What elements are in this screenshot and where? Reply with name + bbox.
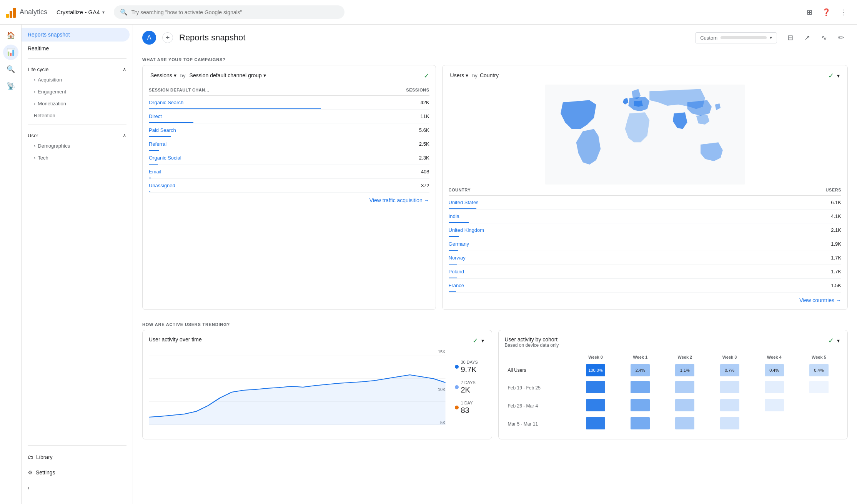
sidebar-item-settings[interactable]: ⚙ Settings [22,466,130,479]
cohort-cell [618,397,662,415]
sidebar-icon-advertising[interactable]: 📡 [3,78,18,94]
activity-card-header: User activity over time ✓ ▾ [149,336,486,345]
card-title-area-2: Users ▾ by Country [449,72,499,79]
channel-name: Referral [149,141,166,147]
help-icon-button[interactable]: ❓ [819,5,834,20]
apps-icon-button[interactable]: ⊞ [802,5,817,20]
sidebar-icon-explore[interactable]: 🔍 [3,62,18,77]
top-campaigns-cards: Sessions ▾ by Session default channel gr… [133,65,857,316]
channel-dimension-dropdown[interactable]: Session default channel group ▾ [188,72,268,79]
sessions-table: SESSION DEFAULT CHAN... SESSIONS Organic… [149,85,429,193]
compare-button[interactable]: ∿ [817,31,831,45]
item-label: Retention [34,113,55,118]
country-dimension-label: Country [480,72,499,78]
users-value: 4.1K [735,210,841,223]
share-icon: ↗ [804,33,810,42]
expand-icon: › [34,89,35,95]
line-chart-svg [149,356,446,425]
table-row: Organic Search 42K [149,96,429,110]
search-input[interactable] [131,9,338,15]
legend-1-value: 83 [461,406,473,415]
cohort-cell [752,397,797,415]
sidebar-item-retention[interactable]: Retention [22,110,133,121]
main-content: A + Reports snapshot Custom ▾ ⊟ ↗ ∿ ✏ [133,25,857,504]
legend-30-label: 30 DAYS [461,360,478,364]
user-activity-card: User activity over time ✓ ▾ 15K 10K 5K [142,330,492,439]
sidebar-item-tech[interactable]: › Tech [22,152,133,164]
channel-col-header: SESSION DEFAULT CHAN... [149,85,352,96]
card-header: Sessions ▾ by Session default channel gr… [149,72,429,80]
table-row: France 1.5K [449,279,841,293]
dropdown-icon: ▾ [837,338,840,344]
item-label: Monetization [38,101,66,106]
sidebar-section-lifecycle[interactable]: Life cycle ∧ [22,62,133,74]
collapse-icon: ∧ [123,67,126,72]
country-col-header: COUNTRY [449,185,735,196]
legend-7-label: 7 DAYS [461,380,476,385]
session-value: 408 [352,165,429,179]
cohort-cell: 0.4% [752,362,797,379]
view-countries-link[interactable]: View countries → [449,293,841,303]
legend-dot-7 [455,385,459,389]
table-row: Norway 1.7K [449,251,841,265]
table-row: Germany 1.9K [449,237,841,251]
analytics-logo [6,7,16,18]
sidebar-section-user[interactable]: User ∧ [22,128,133,140]
cohort-row-label: All Users [505,362,573,379]
activity-card-status: ✓ ▾ [473,336,486,345]
cohort-row: Feb 26 - Mar 4 [505,397,842,415]
activity-options[interactable]: ▾ [480,337,486,344]
cohort-row: Mar 5 - Mar 11 [505,415,842,433]
sidebar-icon-home[interactable]: 🏠 [3,28,18,43]
share-button[interactable]: ↗ [800,31,814,45]
sidebar-icon-reports[interactable]: 📊 [3,45,18,60]
property-selector[interactable]: Crystallize - GA4 ▾ [53,7,108,18]
sidebar-item-monetization[interactable]: › Monetization [22,98,133,110]
sidebar-item-reports-snapshot[interactable]: Reports snapshot [22,28,130,42]
sidebar-section-label: User [28,133,38,138]
channel-name: Direct [149,113,162,119]
help-icon: ❓ [822,8,830,17]
country-name: France [449,283,464,288]
cohort-cell: 0.4% [797,362,841,379]
property-chevron-icon: ▾ [102,10,105,15]
dimension-label: Session default channel group [190,72,262,78]
library-icon: 🗂 [28,454,33,460]
users-col-header: USERS [735,185,841,196]
legend-1-content: 1 DAY 83 [461,401,473,415]
search-bar[interactable]: 🔍 [114,5,344,19]
logo-bar-1 [6,14,9,18]
table-row: United States 6.1K [449,196,841,210]
dropdown-icon: ▾ [174,72,176,78]
sidebar-item-demographics[interactable]: › Demographics [22,140,133,152]
sidebar-item-realtime[interactable]: Realtime [22,42,130,55]
by-label: by [180,73,186,78]
customize-dashboard-button[interactable]: ⊟ [783,31,797,45]
more-vert-icon-button[interactable]: ⋮ [835,5,851,20]
users-value: 2.1K [735,223,841,237]
active-users-label: HOW ARE ACTIVE USERS TRENDING? [133,316,857,330]
check-icon-4: ✓ [828,336,834,345]
date-range-selector[interactable]: Custom ▾ [695,32,777,43]
users-metric-dropdown[interactable]: Users ▾ [449,72,470,79]
country-table: COUNTRY USERS United States 6.1K India 4… [449,185,841,293]
table-row: India 4.1K [449,210,841,223]
country-card-options[interactable]: ▾ [835,72,841,80]
users-value: 1.5K [735,279,841,293]
item-label: Tech [38,155,48,161]
edit-button[interactable]: ✏ [834,31,848,45]
sidebar-item-engagement[interactable]: › Engagement [22,86,133,98]
sidebar-item-library[interactable]: 🗂 Library [22,450,130,464]
cohort-card-status: ✓ ▾ [828,336,841,345]
cohort-options[interactable]: ▾ [835,337,841,344]
view-traffic-link[interactable]: View traffic acquisition → [149,193,429,203]
sessions-metric-dropdown[interactable]: Sessions ▾ [149,72,178,79]
page-title: Reports snapshot [179,33,689,43]
sidebar-item-acquisition[interactable]: › Acquisition [22,74,133,86]
legend-7-value: 2K [461,386,476,394]
dropdown-icon: ▾ [481,338,484,344]
table-row: United Kingdom 2.1K [449,223,841,237]
cohort-cell [618,379,662,397]
sidebar-collapse-button[interactable]: ‹ [22,481,130,495]
add-comparison-button[interactable]: + [162,32,173,43]
